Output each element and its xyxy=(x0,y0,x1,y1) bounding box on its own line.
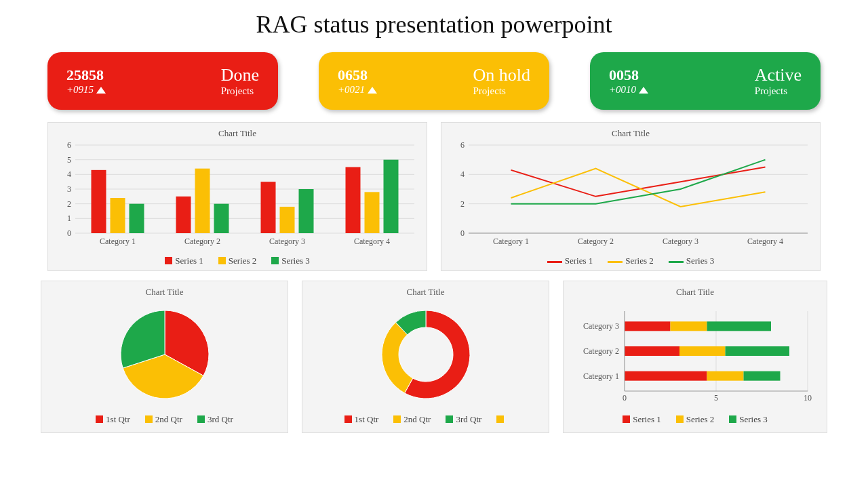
card-done: 25858 +0915 Done Projects xyxy=(47,52,278,110)
svg-rect-16 xyxy=(130,204,144,233)
line-legend: Series 1 Series 2 Series 3 xyxy=(448,256,813,266)
card-value: 25858 xyxy=(66,66,106,84)
triangle-up-icon xyxy=(639,87,648,94)
chart-title: Chart Title xyxy=(55,128,420,139)
card-sublabel: Projects xyxy=(221,85,259,97)
svg-rect-56 xyxy=(726,346,790,356)
pie-chart xyxy=(48,300,282,409)
svg-rect-50 xyxy=(625,321,671,331)
line-chart: 0246Category 1Category 2Category 3Catego… xyxy=(448,142,814,250)
card-sublabel: Projects xyxy=(755,85,802,97)
svg-rect-19 xyxy=(195,169,210,233)
chart-title: Chart Title xyxy=(48,287,281,298)
triangle-up-icon xyxy=(96,87,106,94)
card-onhold: 0658 +0021 On hold Projects xyxy=(319,52,549,110)
svg-rect-55 xyxy=(679,346,726,356)
svg-text:0: 0 xyxy=(67,228,71,238)
svg-rect-23 xyxy=(280,207,295,233)
svg-text:Category 3: Category 3 xyxy=(269,237,305,246)
svg-text:Category 2: Category 2 xyxy=(583,346,619,356)
svg-text:5: 5 xyxy=(67,155,71,165)
donut-chart-panel: Chart Title 1st Qtr 2nd Qtr 3rd Qtr xyxy=(302,281,549,433)
chart-title: Chart Title xyxy=(570,287,820,298)
svg-text:3: 3 xyxy=(67,184,71,194)
svg-text:1: 1 xyxy=(67,214,71,223)
donut-chart xyxy=(309,300,543,409)
svg-rect-20 xyxy=(214,204,229,233)
svg-text:6: 6 xyxy=(460,142,465,150)
hbar-legend: Series 1 Series 2 Series 3 xyxy=(570,414,820,425)
card-status-label: Done xyxy=(221,65,259,85)
svg-rect-26 xyxy=(346,167,361,234)
svg-rect-59 xyxy=(707,371,744,381)
svg-text:10: 10 xyxy=(804,393,812,403)
svg-text:Category 1: Category 1 xyxy=(493,237,529,246)
stacked-bar-chart: 0510Category 3Category 2Category 1 xyxy=(570,300,821,409)
page-title: RAG status presentation powerpoint xyxy=(27,10,841,39)
svg-rect-14 xyxy=(92,170,106,233)
svg-text:4: 4 xyxy=(460,169,465,179)
card-value: 0058 xyxy=(609,66,648,84)
chart-title: Chart Title xyxy=(448,128,813,139)
svg-text:Category 4: Category 4 xyxy=(354,237,390,246)
svg-text:0: 0 xyxy=(623,393,627,403)
svg-text:Category 4: Category 4 xyxy=(747,237,783,246)
svg-text:Category 3: Category 3 xyxy=(583,321,619,331)
svg-rect-51 xyxy=(671,321,707,331)
bar-chart: 0123456Category 1Category 2Category 3Cat… xyxy=(55,142,421,250)
stacked-bar-panel: Chart Title 0510Category 3Category 2Cate… xyxy=(563,281,827,433)
svg-rect-54 xyxy=(625,346,679,356)
slide: RAG status presentation powerpoint 25858… xyxy=(0,0,868,443)
svg-text:4: 4 xyxy=(67,169,71,179)
triangle-up-icon xyxy=(368,87,377,94)
svg-rect-28 xyxy=(384,160,399,233)
card-active: 0058 +0010 Active Projects xyxy=(590,52,821,110)
card-status-label: Active xyxy=(755,65,802,85)
svg-rect-24 xyxy=(299,189,314,233)
svg-rect-52 xyxy=(707,321,772,331)
card-delta: +0010 xyxy=(609,84,648,96)
svg-rect-27 xyxy=(365,192,380,233)
svg-text:2: 2 xyxy=(67,199,71,209)
svg-text:6: 6 xyxy=(67,142,71,150)
svg-rect-60 xyxy=(744,371,781,381)
pie-chart-panel: Chart Title 1st Qtr 2nd Qtr 3rd Qtr xyxy=(41,281,288,433)
bar-legend: Series 1 Series 2 Series 3 xyxy=(55,256,420,266)
status-cards-row: 25858 +0915 Done Projects 0658 +0021 On … xyxy=(27,52,841,110)
donut-legend: 1st Qtr 2nd Qtr 3rd Qtr xyxy=(309,414,542,425)
svg-rect-18 xyxy=(176,197,191,233)
pie-legend: 1st Qtr 2nd Qtr 3rd Qtr xyxy=(48,414,281,425)
bar-chart-panel: Chart Title 0123456Category 1Category 2C… xyxy=(47,122,427,271)
svg-text:2: 2 xyxy=(460,199,465,209)
card-delta: +0021 xyxy=(338,84,377,96)
card-value: 0658 xyxy=(338,66,377,84)
svg-text:0: 0 xyxy=(460,228,465,238)
line-chart-panel: Chart Title 0246Category 1Category 2Cate… xyxy=(441,122,821,271)
svg-text:Category 2: Category 2 xyxy=(184,237,220,246)
card-status-label: On hold xyxy=(473,65,531,85)
svg-rect-58 xyxy=(625,371,707,381)
card-sublabel: Projects xyxy=(473,85,531,97)
chart-title: Chart Title xyxy=(309,287,542,298)
svg-text:Category 3: Category 3 xyxy=(663,237,698,246)
svg-text:Category 1: Category 1 xyxy=(583,371,619,381)
svg-text:5: 5 xyxy=(714,393,718,403)
svg-text:Category 2: Category 2 xyxy=(578,237,614,246)
card-delta: +0915 xyxy=(66,84,106,96)
svg-rect-22 xyxy=(261,182,276,233)
svg-text:Category 1: Category 1 xyxy=(100,237,136,246)
svg-rect-15 xyxy=(111,198,125,233)
